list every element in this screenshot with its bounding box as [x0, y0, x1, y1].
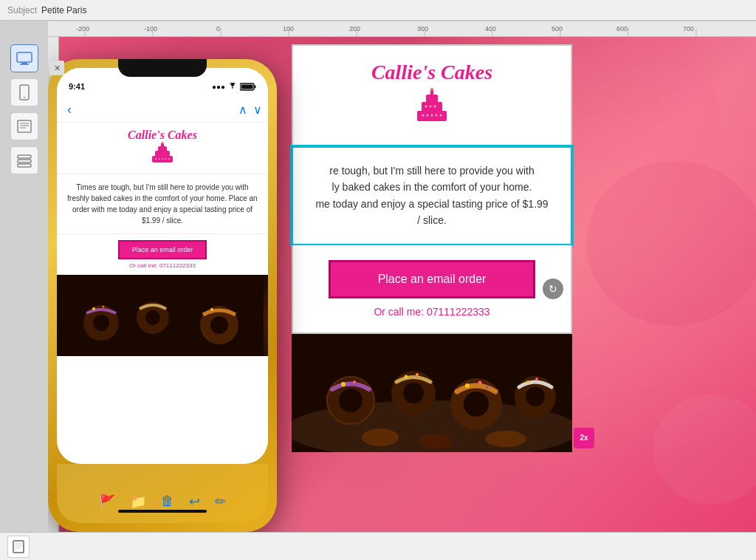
- cta-button[interactable]: Place an email order: [329, 260, 535, 298]
- svg-point-67: [526, 387, 545, 406]
- svg-point-59: [405, 375, 408, 378]
- svg-point-92: [145, 310, 160, 325]
- phone-arrows: ∧ ∨: [238, 103, 262, 117]
- svg-point-56: [353, 380, 356, 383]
- svg-point-69: [535, 378, 538, 380]
- battery-icon: [240, 83, 256, 91]
- call-text: Or call me: 07111222333: [315, 306, 549, 318]
- phone-back-button[interactable]: ‹: [63, 100, 76, 119]
- layers-icon[interactable]: [10, 146, 38, 174]
- phone-email-content: Callie's Cakes: [57, 123, 268, 356]
- phone-donut-section: [57, 275, 268, 356]
- subject-label: Subject: [7, 5, 37, 16]
- email-body-line3: me today and enjoy a special tasting pri…: [315, 196, 549, 229]
- phone-mockup: ✕ 9:41 ●●●: [48, 59, 277, 532]
- svg-rect-39: [426, 95, 438, 103]
- desktop-view-icon[interactable]: [10, 44, 38, 72]
- svg-point-34: [586, 161, 756, 326]
- svg-rect-11: [18, 164, 31, 167]
- subject-value: Petite Paris: [41, 5, 86, 16]
- svg-text:300: 300: [417, 25, 428, 33]
- svg-point-90: [103, 306, 105, 308]
- svg-point-60: [416, 373, 419, 376]
- top-bar: Subject Petite Paris: [0, 0, 756, 21]
- svg-point-44: [431, 115, 433, 117]
- phone-status-icons: ●●●: [212, 83, 256, 91]
- svg-point-63: [465, 383, 470, 388]
- svg-rect-0: [17, 52, 32, 62]
- svg-point-36: [653, 395, 756, 505]
- email-content-desktop: Callie's Cakes: [292, 44, 602, 452]
- svg-point-4: [24, 97, 25, 98]
- svg-point-70: [362, 428, 399, 446]
- canvas-area: Callie's Cakes: [48, 37, 756, 532]
- home-indicator: [118, 510, 207, 513]
- svg-rect-9: [18, 155, 31, 158]
- trash-icon[interactable]: 🗑: [161, 494, 174, 510]
- svg-rect-38: [422, 102, 442, 112]
- svg-point-65: [486, 386, 489, 389]
- flag-icon[interactable]: 🚩: [99, 494, 115, 510]
- page-thumbnail-icon[interactable]: [7, 536, 30, 558]
- svg-text:-100: -100: [144, 25, 157, 33]
- svg-rect-96: [13, 541, 24, 553]
- phone-cta-button[interactable]: Place an email order: [118, 240, 207, 259]
- phone-frame: 9:41 ●●●: [48, 59, 277, 532]
- svg-rect-74: [255, 85, 256, 88]
- svg-rect-78: [158, 146, 167, 151]
- email-image-container: 2x: [292, 334, 602, 452]
- svg-text:700: 700: [683, 25, 694, 33]
- signal-icon: ●●●: [212, 83, 225, 91]
- mobile-view-icon[interactable]: [10, 78, 38, 106]
- svg-point-46: [440, 115, 442, 117]
- svg-rect-10: [18, 160, 31, 163]
- phone-body-text: Times are tough, but I'm still here to p…: [67, 182, 258, 226]
- svg-point-43: [427, 115, 429, 117]
- svg-text:0: 0: [216, 25, 220, 33]
- arrow-up-icon[interactable]: ∧: [238, 103, 247, 117]
- svg-rect-75: [241, 84, 253, 89]
- svg-text:500: 500: [551, 25, 563, 33]
- phone-cta-section: Place an email order Or call me: 0711122…: [57, 233, 268, 275]
- phone-bottom-icons: 🚩 📁 🗑 ↩ ✏: [99, 491, 226, 510]
- rotate-badge[interactable]: ↻: [543, 279, 563, 299]
- folder-icon[interactable]: 📁: [130, 494, 146, 510]
- email-cta-block: Place an email order Or call me: 0711122…: [292, 245, 572, 334]
- svg-text:-200: -200: [76, 25, 89, 33]
- svg-point-84: [165, 158, 166, 160]
- phone-logo-text: Callie's Cakes: [60, 129, 265, 142]
- text-view-icon[interactable]: [10, 112, 38, 140]
- reply-icon[interactable]: ↩: [189, 494, 200, 510]
- svg-point-64: [478, 380, 482, 384]
- svg-point-88: [93, 315, 109, 331]
- svg-point-45: [436, 115, 438, 117]
- svg-point-48: [430, 106, 432, 108]
- svg-point-47: [425, 106, 427, 108]
- wifi-icon: [227, 83, 238, 90]
- cake-icon: [308, 87, 556, 130]
- phone-text-section: Times are tough, but I'm still here to p…: [57, 174, 268, 233]
- close-button[interactable]: ✕: [49, 61, 64, 75]
- phone-screen: 9:41 ●●●: [57, 68, 268, 464]
- svg-text:400: 400: [485, 25, 496, 33]
- phone-logo-section: Callie's Cakes: [57, 123, 268, 174]
- arrow-down-icon[interactable]: ∨: [253, 103, 262, 117]
- svg-point-72: [485, 431, 526, 447]
- svg-point-80: [162, 142, 164, 144]
- svg-point-81: [155, 158, 157, 160]
- left-toolbar: [0, 37, 48, 532]
- email-body-line1: re tough, but I'm still here to provide …: [315, 163, 549, 179]
- phone-cake-icon: [60, 142, 265, 168]
- svg-point-53: [339, 389, 362, 412]
- email-body-line2: ly baked cakes in the comfort of your ho…: [315, 179, 549, 195]
- donut-photo: [292, 334, 572, 452]
- svg-point-42: [422, 115, 425, 117]
- svg-point-71: [419, 434, 452, 448]
- svg-point-68: [526, 380, 529, 383]
- bottom-bar: [0, 532, 756, 560]
- phone-time: 9:41: [69, 82, 85, 91]
- svg-point-58: [403, 383, 424, 403]
- email-logo-text: Callie's Cakes: [308, 61, 556, 84]
- email-text-block: re tough, but I'm still here to provide …: [292, 146, 572, 245]
- compose-icon[interactable]: ✏: [215, 494, 226, 510]
